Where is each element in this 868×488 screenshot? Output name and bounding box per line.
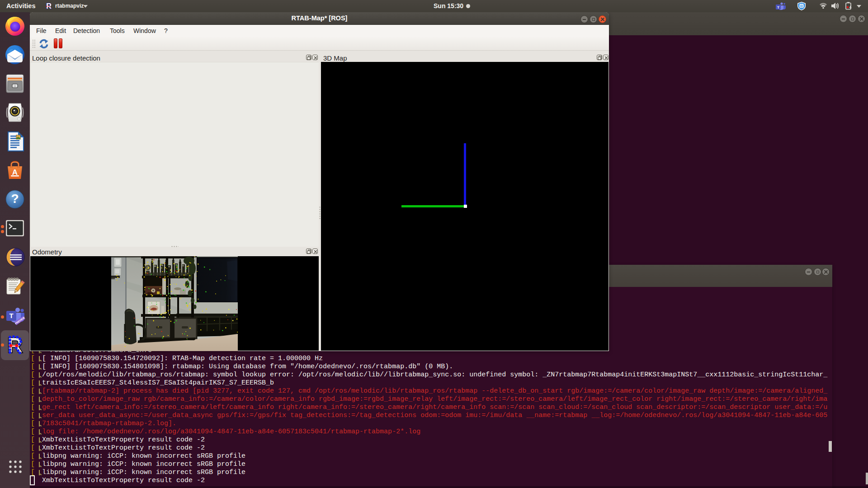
svg-text:T: T <box>777 5 779 9</box>
svg-text:T: T <box>9 312 13 319</box>
svg-text:?: ? <box>11 192 19 206</box>
